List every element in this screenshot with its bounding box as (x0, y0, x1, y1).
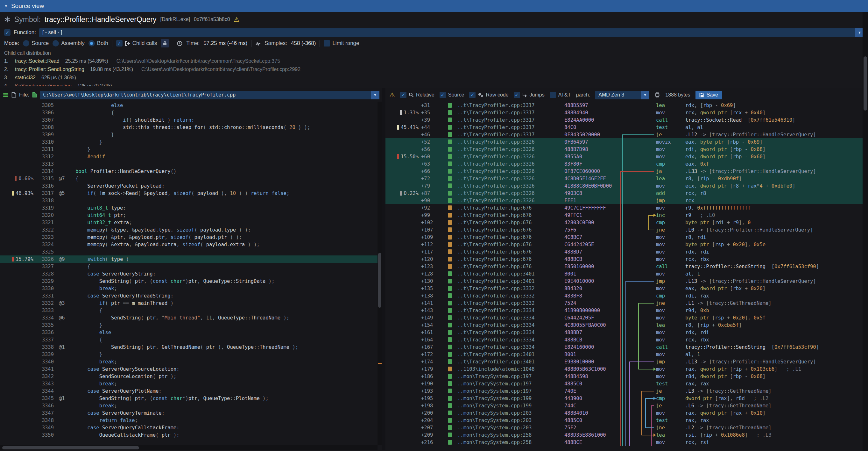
limit-range-checkbox[interactable] (324, 40, 330, 47)
asm-instruction-row[interactable]: +209..mon\TracySystem.cpp:258488D35E8861… (385, 431, 863, 439)
relative-checkbox-group[interactable]: Relative (400, 92, 434, 98)
asm-instruction-row[interactable]: +204..mon\TracySystem.cpp:2034885C0testr… (385, 417, 863, 424)
source-checkbox[interactable] (440, 92, 446, 98)
raw-code-checkbox[interactable] (469, 92, 475, 98)
source-line[interactable]: 3320 uint64_t ptr; (0, 211, 377, 219)
asm-instruction-row[interactable]: +161..t\TracyProfiler.cpp:3334488BD7movr… (385, 329, 863, 336)
asm-instruction-row[interactable]: +117..t\TracyProfiler.hpp:676488BD7movrd… (385, 248, 863, 255)
scrollbar-thumb[interactable] (2, 446, 139, 449)
asm-instruction-row[interactable]: +120..t\TracyProfiler.hpp:676488BCBmovrc… (385, 255, 863, 263)
source-line[interactable]: 3318 (0, 197, 377, 204)
jumps-checkbox[interactable] (514, 92, 520, 98)
asm-instruction-row[interactable]: +72..t\TracyProfiler.cpp:33264C8D05F146F… (385, 175, 863, 182)
asm-instruction-row[interactable]: +46..t\TracyProfiler.cpp:33170F843502000… (385, 131, 863, 138)
asm-instruction-row[interactable]: +149..t\TracyProfiler.cpp:3334C64424205F… (385, 314, 863, 321)
source-line[interactable]: 3324 memcpy( &extra, &payload.extra, siz… (0, 241, 377, 248)
source-line[interactable]: 3316 ServerQueryPacket payload; (0, 182, 377, 189)
jumps-checkbox-group[interactable]: Jumps (514, 92, 545, 98)
asm-instruction-row[interactable]: +143..t\TracyProfiler.cpp:333441B90B0000… (385, 307, 863, 314)
source-line[interactable]: 3313 (0, 160, 377, 168)
asm-instruction-row[interactable]: +79..t\TracyProfiler.cpp:3326418B8C80E0B… (385, 182, 863, 189)
source-line[interactable]: 3306 { (0, 109, 377, 116)
source-line[interactable]: 3323 memcpy( &ptr, &payload.ptr, sizeof(… (0, 234, 377, 241)
asm-instruction-row[interactable]: +167..t\TracyProfiler.cpp:3334E824160000… (385, 343, 863, 351)
source-line[interactable]: 3342 SendSourceLocation( ptr ); (0, 373, 377, 380)
source-line[interactable]: 3341 case ServerQuerySourceLocation: (0, 365, 377, 373)
source-line[interactable]: 3345@1 SendString( ptr, (const char*)ptr… (0, 395, 377, 402)
asm-instruction-row[interactable]: +198..mon\TracySystem.cpp:199744Cje.L6 -… (385, 402, 863, 409)
source-horizontal-scrollbar[interactable] (0, 445, 377, 450)
asm-instruction-row[interactable]: +63..t\TracyProfiler.cpp:332683F80Fcmpea… (385, 160, 863, 168)
source-line[interactable]: 3321 uint32_t extra; (0, 219, 377, 226)
source-line[interactable]: 3328 case ServerQueryString: (0, 270, 377, 277)
asm-instruction-row[interactable]: +66..t\TracyProfiler.cpp:33260F87CE06000… (385, 168, 863, 175)
function-checkbox[interactable] (4, 29, 10, 36)
warning-icon[interactable]: ⚠ (389, 91, 395, 99)
asm-instruction-row[interactable]: +207..mon\TracySystem.cpp:20375F2jne.L2 … (385, 424, 863, 431)
radio-source[interactable]: Source (23, 40, 49, 47)
source-line[interactable]: 15.79%3326@9 switch( type ) (0, 255, 377, 263)
source-line[interactable]: 3330 break; (0, 285, 377, 292)
source-line[interactable]: 3309 } (0, 131, 377, 138)
source-line[interactable]: 3344 case ServerQueryPlotName: (0, 387, 377, 395)
relative-checkbox[interactable] (400, 92, 406, 98)
list-icon[interactable] (3, 92, 9, 97)
source-line[interactable]: 3319 uint8_t type; (0, 204, 377, 211)
child-calls-checkbox-group[interactable]: Child calls (116, 40, 157, 47)
chevron-down-icon[interactable]: ▼ (371, 91, 379, 99)
asm-instruction-row[interactable]: +190..mon\TracySystem.cpp:1974885C0testr… (385, 380, 863, 387)
child-call-entry[interactable]: 1.tracy::Socket::Read25.25 ms (54.89%)C:… (4, 57, 864, 65)
asm-instruction-row[interactable]: +174..t\TracyProfiler.cpp:3401E9B8010000… (385, 358, 863, 365)
source-line[interactable]: 3305 else (0, 101, 377, 109)
source-line[interactable]: 3334@6 SendString( ptr, "Main thread", 1… (0, 314, 377, 321)
asm-instruction-row[interactable]: +107..t\TracyProfiler.hpp:67675F6jne.L0 … (385, 226, 863, 234)
asm-instruction-row[interactable]: +56..t\TracyProfiler.cpp:3326488B7D98mov… (385, 146, 863, 153)
asm-instruction-row[interactable]: +112..t\TracyProfiler.hpp:676C64424205Em… (385, 241, 863, 248)
source-line[interactable]: 0.66%3315@7{ (0, 175, 377, 182)
source-line[interactable]: 3336 else (0, 329, 377, 336)
source-line[interactable]: 3307 if( shouldExit ) return; (0, 116, 377, 124)
chevron-down-icon[interactable]: ▼ (641, 91, 649, 99)
source-line[interactable]: 3335 } (0, 321, 377, 329)
child-call-entry[interactable]: 3.stat64i32625 μs (1.36%) (4, 73, 864, 82)
file-path-combo[interactable]: C:\Users\wolf\Desktop\darkrl\contrib\tra… (40, 91, 379, 99)
source-line[interactable]: 3349 case ServerQueryCallstackFrame: (0, 424, 377, 431)
source-line[interactable]: 3329 SendString( ptr, (const char*)ptr, … (0, 277, 377, 285)
source-line[interactable]: 3346 break; (0, 402, 377, 409)
att-checkbox[interactable] (550, 92, 556, 98)
source-line[interactable]: 3311 } (0, 146, 377, 153)
scrollbar-thumb[interactable] (864, 56, 867, 111)
source-line[interactable]: 3339 } (0, 351, 377, 358)
function-combo[interactable]: [ - self - ] ▼ (39, 28, 864, 37)
radio-assembly[interactable]: Assembly (53, 40, 85, 47)
asm-instruction-row[interactable]: +172..t\TracyProfiler.cpp:3401B001moval,… (385, 351, 863, 358)
pane-splitter[interactable] (382, 88, 385, 450)
source-line[interactable]: 3337 { (0, 336, 377, 343)
asm-instruction-row[interactable]: 15.50%+60..t\TracyProfiler.cpp:33268B55A… (385, 153, 863, 160)
asm-instruction-row[interactable]: +179..1103\include\atomic:1048488B05B63C… (385, 365, 863, 373)
uarch-combo[interactable]: AMD Zen 3 ▼ (595, 91, 649, 99)
warning-icon[interactable]: ⚠ (234, 16, 240, 23)
asm-instruction-row[interactable]: +31..t\TracyProfiler.cpp:3317488D5597lea… (385, 101, 863, 109)
source-line[interactable]: 3347 case ServerQueryTerminate: (0, 409, 377, 417)
source-line[interactable]: 3327 { (0, 263, 377, 270)
window-vertical-scrollbar[interactable] (863, 12, 868, 451)
source-line[interactable]: 3331 case ServerQueryThreadString: (0, 292, 377, 299)
asm-instruction-row[interactable]: +39..t\TracyProfiler.cpp:3317E824AA0000c… (385, 116, 863, 124)
source-line[interactable]: 3348 return false; (0, 417, 377, 424)
collapse-arrow-icon[interactable]: ▼ (4, 4, 8, 8)
asm-instruction-row[interactable]: 1.31%+35..t\TracyProfiler.cpp:3317488B49… (385, 109, 863, 116)
asm-instruction-row[interactable]: +200..mon\TracySystem.cpp:203488B4010mov… (385, 409, 863, 417)
scrollbar-thumb[interactable] (378, 253, 381, 308)
radio-source-circle[interactable] (23, 40, 29, 47)
raw-code-checkbox-group[interactable]: Raw code (469, 92, 508, 98)
source-checkbox-group[interactable]: Source (440, 92, 464, 98)
child-calls-checkbox[interactable] (116, 40, 123, 47)
asm-instruction-row[interactable]: +123..t\TracyProfiler.hpp:676E850160000c… (385, 263, 863, 270)
radio-assembly-circle[interactable] (53, 40, 59, 47)
asm-instruction-row[interactable]: +141..t\TracyProfiler.cpp:33327524jne.L1… (385, 299, 863, 307)
radio-both[interactable]: Both (89, 40, 108, 47)
asm-instruction-row[interactable]: 0.22%+87..t\TracyProfiler.cpp:33264903C8… (385, 189, 863, 197)
asm-instruction-row[interactable]: +195..mon\TracySystem.cpp:199443900cmpdw… (385, 395, 863, 402)
asm-instruction-row[interactable]: +130..t\TracyProfiler.cpp:3401E9E4010000… (385, 277, 863, 285)
